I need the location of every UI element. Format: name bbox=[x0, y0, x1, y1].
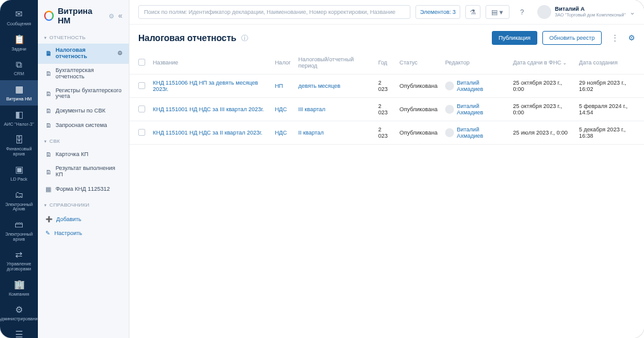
app-window: ✉Сообщения📋Задачи⧉CRM▦Витрина НМ◧АИС "На… bbox=[0, 0, 644, 338]
page-title: Налоговая отчетность bbox=[138, 33, 236, 43]
sidebar-item-label: Форма КНД 1125312 bbox=[56, 186, 110, 193]
sidebar-item-label: Запросная система bbox=[56, 123, 107, 129]
rail-item-9[interactable]: ⇄Управление договорами bbox=[0, 245, 38, 275]
period-link[interactable]: девять месяцев bbox=[299, 83, 341, 89]
rail-item-7[interactable]: 🗂Электронный Архив bbox=[0, 186, 38, 215]
rail-item-0[interactable]: ✉Сообщения bbox=[0, 5, 38, 30]
sidebar-item-label: Регистры бухгалтерского учета bbox=[56, 88, 122, 100]
avatar-icon bbox=[445, 105, 454, 114]
col-3[interactable]: Налоговый/отчетный период bbox=[295, 51, 374, 75]
created-date-cell: 5 декабря 2023 г., 16:38 bbox=[575, 121, 644, 145]
sidebar-action-0[interactable]: ➕Добавить bbox=[38, 212, 129, 226]
view-mode-button[interactable]: ▤ ▾ bbox=[486, 5, 510, 19]
report-name-link[interactable]: КНД 1151001 НД НДС за II квартал 2023г. bbox=[153, 130, 263, 136]
rail-item-11[interactable]: ⚙Администрирование bbox=[0, 300, 38, 325]
rail-icon: 🗃 bbox=[13, 219, 25, 231]
module-gear-icon[interactable]: ⚙ bbox=[109, 13, 114, 20]
rail-item-12[interactable]: ☰Системные справочники bbox=[0, 325, 38, 338]
elements-count[interactable]: Элементов: 3 bbox=[415, 5, 460, 19]
col-2[interactable]: Налог bbox=[271, 51, 294, 75]
refresh-button[interactable]: Обновить реестр bbox=[542, 31, 602, 45]
sidebar-item-0-1[interactable]: 🗎Бухгалтерская отчетность bbox=[38, 64, 129, 84]
doc-icon: 🗎 bbox=[45, 107, 52, 114]
rail-item-3[interactable]: ▦Витрина НМ bbox=[0, 80, 38, 106]
help-icon[interactable]: ? bbox=[515, 5, 530, 19]
row-checkbox[interactable] bbox=[138, 129, 145, 136]
group-head-2[interactable]: СПРАВОЧНИКИ bbox=[38, 199, 129, 211]
action-label: Добавить bbox=[56, 216, 81, 222]
rail-item-6[interactable]: ▣LD Pack bbox=[0, 160, 38, 186]
settings-icon[interactable]: ⚙ bbox=[628, 33, 635, 42]
rail-item-4[interactable]: ◧АИС "Налог-3" bbox=[0, 106, 38, 131]
gear-icon[interactable]: ⚙ bbox=[117, 51, 122, 57]
rail-item-5[interactable]: 🗄Финансовый архив bbox=[0, 130, 38, 160]
rail-icon: 📋 bbox=[13, 34, 25, 45]
group-head-0[interactable]: ОТЧЕТНОСТЬ bbox=[38, 32, 129, 44]
col-4[interactable]: Год bbox=[374, 51, 396, 75]
sidebar-action-1[interactable]: ✎Настроить bbox=[38, 226, 129, 240]
reports-table: НазваниеНалогНалоговый/отчетный периодГо… bbox=[129, 51, 644, 145]
editor-cell[interactable]: Виталий Ахмадиев bbox=[445, 80, 506, 92]
rail-icon: ☰ bbox=[13, 329, 25, 338]
sidebar-item-1-1[interactable]: 🗎Результат выполнения КП bbox=[38, 162, 129, 182]
col-5[interactable]: Статус bbox=[396, 51, 441, 75]
report-name-link[interactable]: КНД 1151001 НД НДС за III квартал 2023г. bbox=[153, 106, 264, 112]
row-checkbox[interactable] bbox=[138, 106, 145, 112]
publish-button[interactable]: Публикация bbox=[492, 31, 537, 45]
tax-link[interactable]: НДС bbox=[275, 106, 287, 112]
rail-label: Компания bbox=[9, 292, 29, 297]
report-name-link[interactable]: КНД 1151006 НД НП за девять месяцев 2023… bbox=[153, 80, 258, 92]
editor-cell[interactable]: Виталий Ахмадиев bbox=[445, 103, 506, 116]
rail-label: Финансовый архив bbox=[1, 147, 37, 156]
rail-label: LD Pack bbox=[11, 177, 27, 182]
info-icon[interactable]: ⓘ bbox=[241, 33, 248, 43]
rail-icon: ⇄ bbox=[13, 249, 25, 260]
col-1[interactable]: Название bbox=[149, 51, 271, 75]
table-row: КНД 1151001 НД НДС за III квартал 2023г.… bbox=[129, 98, 644, 121]
more-actions-icon[interactable]: ⋮ bbox=[607, 33, 623, 43]
sidebar-item-1-0[interactable]: 🗎Карточка КП bbox=[38, 147, 129, 162]
sidebar: Витрина НМ ⚙ « ОТЧЕТНОСТЬ🗎Налоговая отче… bbox=[38, 0, 129, 338]
rail-label: Витрина НМ bbox=[6, 97, 32, 102]
doc-icon: ▦ bbox=[45, 186, 52, 193]
tax-link[interactable]: НДС bbox=[275, 130, 287, 136]
sidebar-item-0-4[interactable]: 🗎Запросная система bbox=[38, 118, 129, 133]
rail-icon: ▦ bbox=[13, 84, 25, 95]
created-date-cell: 5 февраля 2024 г., 14:54 bbox=[575, 98, 644, 121]
rail-item-2[interactable]: ⧉CRM bbox=[0, 55, 38, 80]
period-link[interactable]: II квартал bbox=[299, 130, 324, 136]
user-name: Виталий А bbox=[555, 6, 626, 13]
collapse-sidebar-icon[interactable]: « bbox=[118, 11, 122, 20]
select-all-checkbox[interactable] bbox=[138, 59, 145, 66]
avatar-icon bbox=[445, 81, 454, 90]
doc-icon: 🗎 bbox=[45, 50, 52, 57]
sidebar-item-0-2[interactable]: 🗎Регистры бухгалтерского учета bbox=[38, 84, 129, 104]
group-head-1[interactable]: СВК bbox=[38, 135, 129, 147]
year-cell: 2 023 bbox=[374, 121, 396, 145]
sidebar-item-0-0[interactable]: 🗎Налоговая отчетность⚙ bbox=[38, 44, 129, 64]
sidebar-item-label: Результат выполнения КП bbox=[56, 166, 122, 178]
filter-icon[interactable]: ⚗ bbox=[465, 5, 480, 19]
rail-item-10[interactable]: 🏢Компания bbox=[0, 275, 38, 301]
user-menu[interactable]: Виталий А ЗАО "Торговый дом Комплексный"… bbox=[537, 5, 635, 19]
col-7[interactable]: Дата сдачи в ФНС bbox=[510, 51, 575, 75]
action-icon: ✎ bbox=[45, 230, 51, 236]
sidebar-item-1-2[interactable]: ▦Форма КНД 1125312 bbox=[38, 182, 129, 196]
avatar-icon bbox=[445, 128, 454, 137]
search-placeholder: Поиск по полям: Идентификатор декларации… bbox=[144, 9, 395, 15]
col-8[interactable]: Дата создания bbox=[575, 51, 644, 75]
action-label: Настроить bbox=[54, 230, 82, 236]
rail-label: Электронный Архив bbox=[1, 202, 37, 212]
tax-link[interactable]: НП bbox=[275, 83, 283, 89]
col-0[interactable] bbox=[129, 51, 149, 75]
sidebar-item-0-3[interactable]: 🗎Документы по СВК bbox=[38, 104, 129, 118]
main: Поиск по полям: Идентификатор декларации… bbox=[129, 0, 644, 338]
rail-item-1[interactable]: 📋Задачи bbox=[0, 30, 38, 56]
col-6[interactable]: Редактор bbox=[441, 51, 510, 75]
editor-cell[interactable]: Виталий Ахмадиев bbox=[445, 126, 506, 139]
doc-icon: 🗎 bbox=[45, 169, 52, 176]
search-input[interactable]: Поиск по полям: Идентификатор декларации… bbox=[138, 5, 410, 19]
rail-item-8[interactable]: 🗃Электронный архив bbox=[0, 215, 38, 245]
row-checkbox[interactable] bbox=[138, 82, 145, 89]
period-link[interactable]: III квартал bbox=[299, 106, 326, 112]
